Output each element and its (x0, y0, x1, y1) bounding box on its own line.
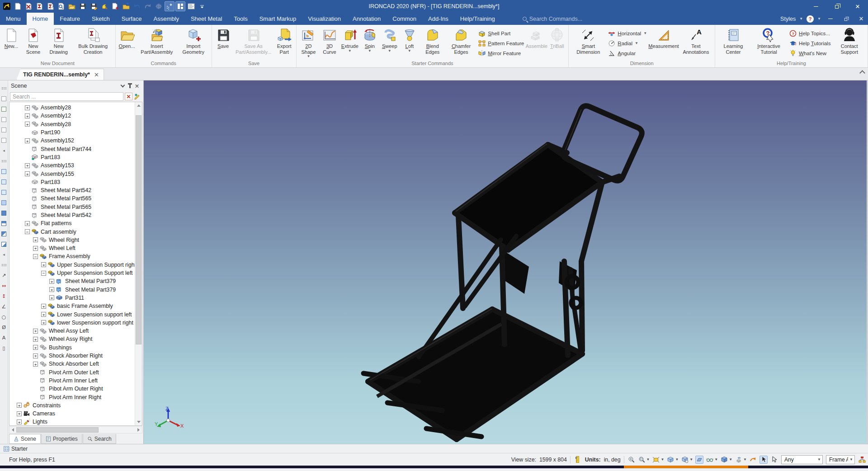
help-topics-button[interactable]: ?Help Topics... (789, 28, 830, 38)
tree-item-basic-frame-assembly[interactable]: +basic Frame Assembly (9, 302, 135, 310)
3d-curve-button[interactable]: 3D Curve (319, 26, 340, 56)
menu-tab-add-ins[interactable]: Add-Ins (422, 13, 454, 25)
view-orientation-icon[interactable] (666, 456, 675, 464)
command-search[interactable]: Search Commands... (523, 13, 582, 25)
sweep-button[interactable]: Sweep▼ (380, 26, 400, 54)
assembly-display-icon[interactable] (735, 456, 743, 464)
new-document-icon[interactable] (13, 1, 23, 11)
panel-tab-properties[interactable]: Properties (41, 434, 82, 444)
save-icon[interactable] (78, 1, 88, 11)
menu-tab-menu[interactable]: Menu (0, 13, 27, 25)
menu-tab-visualization[interactable]: Visualization (302, 13, 347, 25)
cube-blue-light-11[interactable] (1, 199, 7, 206)
grip-dots-7[interactable] (1, 158, 7, 164)
render-cube-icon-dropdown-arrow[interactable]: ▼ (729, 457, 732, 462)
cube-blue-solid-12[interactable] (1, 210, 7, 216)
tree-item-pivot-arm-outer-left[interactable]: Pivot Arm Outer Left (9, 368, 135, 377)
tree-item-bushings[interactable]: +Bushings (9, 344, 135, 352)
expand-icon[interactable]: + (17, 403, 22, 408)
horizontal-button[interactable]: Horizontal▼ (608, 28, 647, 38)
scroll-left-icon[interactable] (9, 427, 16, 433)
scene-search-input[interactable] (10, 92, 123, 101)
expand-icon[interactable]: + (25, 221, 30, 226)
grip-dots-17[interactable] (1, 262, 7, 268)
panel-tab-scene[interactable]: Scene (9, 434, 41, 444)
cube-outline-4[interactable] (1, 127, 7, 133)
export-folder-icon[interactable] (121, 1, 131, 11)
tree-item-sheet-metal-part542[interactable]: Sheet Metal Part542 (9, 211, 135, 219)
scroll-down-icon[interactable] (135, 419, 142, 425)
tree-item-shock-absorber-left[interactable]: +Shock Absorber Left (9, 360, 135, 368)
expand-icon[interactable]: + (33, 345, 38, 350)
tree-horizontal-scrollbar[interactable] (9, 426, 142, 433)
qat-customize-arrow[interactable] (197, 1, 207, 11)
tree-item-sheet-metal-part542[interactable]: Sheet Metal Part542 (9, 186, 135, 194)
doc-close-button[interactable]: ✕ (855, 14, 867, 24)
scroll-up-icon[interactable] (135, 102, 142, 109)
2d-shape-button[interactable]: 2D Shape▼ (298, 26, 320, 59)
document-tab[interactable]: TIG RENDERIN...sembly* ✕ (16, 69, 104, 80)
zoom-window-icon[interactable] (638, 456, 646, 464)
menu-tab-tools[interactable]: Tools (228, 13, 253, 25)
menu-tab-sketch[interactable]: Sketch (86, 13, 116, 25)
menu-tab-home[interactable]: Home (27, 13, 54, 25)
tree-item-cameras[interactable]: +Cameras (9, 410, 135, 418)
panels-layout-icon[interactable] (175, 1, 185, 11)
shell-part-button[interactable]: Shell Part (478, 28, 524, 38)
tree-item-pivot-arm-inner-left[interactable]: Pivot Arm Inner Left (9, 377, 135, 385)
menu-tab-sheet-metal[interactable]: Sheet Metal (185, 13, 228, 25)
facet-shaded-icon[interactable] (695, 456, 703, 464)
detail-list-icon[interactable] (186, 1, 196, 11)
scroll-right-icon[interactable] (135, 427, 142, 433)
tree-item-constraints[interactable]: +Constraints (9, 401, 135, 410)
menu-tab-help-training[interactable]: Help/Training (454, 13, 501, 25)
assembly-display-icon-dropdown-arrow[interactable]: ▼ (743, 457, 747, 462)
tree-item-frame-assembly[interactable]: −Frame Assembly (9, 252, 135, 260)
scene-structure-icon[interactable] (858, 456, 866, 464)
expand-icon[interactable]: + (25, 171, 30, 176)
expand-icon[interactable]: + (17, 419, 22, 424)
tree-item-pibot-arm-outer-right[interactable]: Pibot Arm Outer Right (9, 385, 135, 393)
menu-tab-common[interactable]: Common (387, 13, 422, 25)
dim-vertical-20[interactable]: ↕ (1, 293, 7, 299)
tree-vertical-scrollbar[interactable] (135, 102, 142, 425)
tree-item-lights[interactable]: +Lights (9, 418, 135, 425)
export-part-button[interactable]: Export Part (274, 26, 295, 56)
measurement-button[interactable]: Measurement (649, 26, 679, 51)
cube-outline-5[interactable] (1, 137, 7, 143)
transparency-glasses-icon-dropdown-arrow[interactable]: ▼ (714, 457, 718, 462)
tree-item-assembly28[interactable]: +Assembly28 (9, 120, 135, 128)
new-scene-icon[interactable] (24, 1, 33, 11)
learning-center-button[interactable]: Learning Center (717, 26, 750, 56)
tree-item-upper-suspension-support-left[interactable]: −Upper Suspension Support left (9, 269, 135, 277)
add-document-icon[interactable] (110, 1, 120, 11)
view-orientation-icon-dropdown-arrow[interactable]: ▼ (675, 457, 679, 462)
expand-icon[interactable]: + (41, 304, 46, 309)
expand-icon[interactable]: + (33, 329, 38, 334)
cube-blue-half-14[interactable] (1, 231, 7, 237)
tree-item-cart-assembly[interactable]: −Cart assembly (9, 227, 135, 236)
orbit-arrow-icon[interactable] (749, 456, 757, 464)
tree-item-upper-suspension-support-right[interactable]: +Upper Suspension Support right (9, 261, 135, 269)
viewport-3d[interactable]: Z Y X (144, 80, 867, 444)
restore-button[interactable] (826, 0, 847, 13)
new-scene-button[interactable]: New Scene (21, 26, 45, 56)
spin-button[interactable]: Spin▼ (360, 26, 380, 54)
dim-diameter-23[interactable]: Ø (1, 324, 7, 330)
tree-item-part190[interactable]: Part190 (9, 128, 135, 137)
expand-icon[interactable]: + (25, 113, 30, 118)
tree-item-assembly152[interactable]: +Assembly152 (9, 137, 135, 145)
interactive-tutorial-button[interactable]: ?Interactive Tutorial (750, 26, 788, 56)
panel-pin-icon[interactable] (126, 82, 133, 89)
tree-item-sheet-metal-part379[interactable]: +Sheet Metal Part379 (9, 286, 135, 294)
expand-icon[interactable]: + (33, 353, 38, 358)
bulk-drawing-icon[interactable] (45, 1, 55, 11)
dim-radius-22[interactable]: ○ (1, 314, 7, 320)
what-s-new-button[interactable]: What's New (789, 48, 830, 58)
expand-icon[interactable]: + (25, 138, 30, 143)
expand-icon[interactable]: + (49, 287, 54, 292)
panel-dropdown-icon[interactable] (119, 82, 126, 89)
dim-text-24[interactable]: A (1, 334, 7, 341)
radial-button[interactable]: Radial▼ (608, 38, 647, 48)
tree-item-sheet-metal-part565[interactable]: Sheet Metal Part565 (9, 203, 135, 211)
